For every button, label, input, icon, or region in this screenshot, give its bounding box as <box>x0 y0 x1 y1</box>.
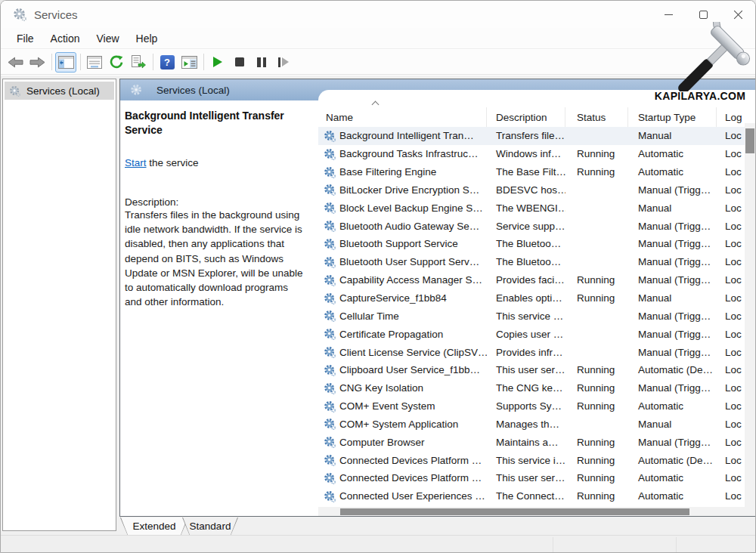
table-row[interactable]: Connected User Experiences …The Connect…… <box>318 487 745 505</box>
show-hide-action-pane-button[interactable] <box>178 52 200 73</box>
service-gear-icon <box>324 454 336 466</box>
cell-startup-type: Manual <box>628 292 717 304</box>
tree-item-services-local[interactable]: Services (Local) <box>5 82 114 100</box>
cell-status: Running <box>565 455 628 466</box>
cell-log-on-as: Loc <box>717 419 745 430</box>
stop-service-button[interactable] <box>229 52 250 73</box>
tab-extended[interactable]: Extended <box>120 517 188 536</box>
column-header-name[interactable]: Name <box>318 107 487 127</box>
cell-description: Provides faci… <box>487 274 565 286</box>
cell-name: COM+ Event System <box>318 400 487 412</box>
cell-name: Base Filtering Engine <box>318 166 487 178</box>
cell-startup-type: Manual (Trigg… <box>628 221 717 232</box>
cell-startup-type: Automatic (De… <box>628 364 717 375</box>
service-action-line: Start the service <box>125 157 308 168</box>
service-gear-icon <box>324 220 336 232</box>
horizontal-scrollbar[interactable] <box>318 507 755 516</box>
cell-status: Running <box>565 364 628 375</box>
table-row[interactable]: Background Intelligent Tran…Transfers fi… <box>318 127 745 145</box>
table-row[interactable]: Computer BrowserMaintains a…RunningManua… <box>318 433 745 451</box>
table-row[interactable]: COM+ System ApplicationManages th…Manual… <box>318 416 745 434</box>
cell-log-on-as: Loc <box>717 166 745 178</box>
pause-service-button[interactable] <box>251 52 272 73</box>
service-gear-icon <box>324 238 336 250</box>
close-button[interactable] <box>720 1 755 28</box>
table-row[interactable]: Cellular TimeThis service …Manual (Trigg… <box>318 307 745 325</box>
back-button[interactable] <box>5 52 26 73</box>
table-row[interactable]: Client License Service (ClipSV…Provides … <box>318 343 745 361</box>
table-row[interactable]: CaptureService_f1bb84Enables opti…Runnin… <box>318 289 745 307</box>
cell-description: This service i… <box>487 455 565 466</box>
pane-header-title: Services (Local) <box>156 85 230 96</box>
cell-name: CaptureService_f1bb84 <box>318 292 487 304</box>
description-label: Description: <box>125 196 308 208</box>
cell-log-on-as: Loc <box>717 130 745 141</box>
cell-name: BitLocker Drive Encryption S… <box>318 184 487 196</box>
table-row[interactable]: CNG Key IsolationThe CNG ke…RunningManua… <box>318 379 745 397</box>
show-hide-console-tree-button[interactable] <box>55 52 76 73</box>
start-service-link[interactable]: Start <box>125 157 147 168</box>
table-row[interactable]: Block Level Backup Engine S…The WBENGI…M… <box>318 199 745 217</box>
menu-view[interactable]: View <box>88 29 127 48</box>
refresh-button[interactable] <box>106 52 127 73</box>
column-header-status[interactable]: Status <box>565 107 628 127</box>
window-title: Services <box>34 8 78 21</box>
table-row[interactable]: Clipboard User Service_f1bb…This user se… <box>318 361 745 379</box>
cell-log-on-as: Loc <box>717 347 745 358</box>
menu-action[interactable]: Action <box>42 29 88 48</box>
cell-description: Enables opti… <box>487 292 565 304</box>
vertical-scrollbar-thumb[interactable] <box>745 128 754 153</box>
menu-file[interactable]: File <box>8 29 42 48</box>
minimize-icon <box>665 14 673 15</box>
cell-name: Connected Devices Platform … <box>318 454 487 466</box>
table-row[interactable]: Bluetooth User Support Serv…The Bluetoo…… <box>318 253 745 271</box>
cell-status: Running <box>565 148 628 159</box>
table-row[interactable]: Certificate PropagationCopies user …Manu… <box>318 325 745 343</box>
cell-name: CNG Key Isolation <box>318 382 487 394</box>
maximize-button[interactable] <box>686 1 720 28</box>
table-row[interactable]: Connected Devices Platform …This user se… <box>318 469 745 487</box>
properties-button[interactable] <box>84 52 105 73</box>
menu-help[interactable]: Help <box>128 29 166 48</box>
cell-startup-type: Manual (Trigg… <box>628 238 717 249</box>
cell-startup-type: Manual (Trigg… <box>628 184 717 196</box>
cell-name: Computer Browser <box>318 436 487 448</box>
cell-startup-type: Automatic <box>628 400 717 412</box>
minimize-button[interactable] <box>651 1 686 28</box>
service-gear-icon <box>324 292 336 304</box>
cell-name: Block Level Backup Engine S… <box>318 202 487 214</box>
column-header-startup-type[interactable]: Startup Type <box>628 107 717 127</box>
horizontal-scrollbar-thumb[interactable] <box>340 508 689 515</box>
properties-icon <box>87 56 102 69</box>
status-bar-divider <box>676 537 677 552</box>
cell-startup-type: Manual <box>628 130 717 141</box>
table-row[interactable]: Connected Devices Platform …This service… <box>318 451 745 469</box>
close-icon <box>733 10 743 20</box>
window-controls <box>651 1 755 28</box>
title-bar: Services <box>1 1 755 28</box>
vertical-scrollbar[interactable] <box>745 123 755 507</box>
cell-description: The CNG ke… <box>487 382 565 394</box>
tab-standard[interactable]: Standard <box>182 517 238 536</box>
help-button[interactable] <box>156 52 178 73</box>
view-tabs: Extended Standard <box>119 517 755 536</box>
export-list-button[interactable] <box>128 52 149 73</box>
cell-startup-type: Automatic <box>628 148 717 159</box>
cell-status: Running <box>565 166 628 178</box>
table-row[interactable]: BitLocker Drive Encryption S…BDESVC hos…… <box>318 181 745 199</box>
restart-service-button[interactable] <box>273 52 294 73</box>
start-service-button[interactable] <box>207 52 228 73</box>
forward-button[interactable] <box>26 52 48 73</box>
show-hide-action-pane-icon <box>181 56 197 69</box>
table-row[interactable]: Capability Access Manager S…Provides fac… <box>318 271 745 289</box>
table-row[interactable]: Bluetooth Support ServiceThe Bluetoo…Man… <box>318 235 745 253</box>
table-row[interactable]: COM+ Event SystemSupports Sy…RunningAuto… <box>318 397 745 416</box>
table-row[interactable]: Base Filtering EngineThe Base Filt…Runni… <box>318 163 745 181</box>
cell-name: Capability Access Manager S… <box>318 274 487 286</box>
table-row[interactable]: Bluetooth Audio Gateway Se…Service supp…… <box>318 217 745 235</box>
services-gear-icon <box>9 85 20 97</box>
column-header-description[interactable]: Description <box>487 107 565 127</box>
cell-log-on-as: Loc <box>717 364 745 375</box>
table-row[interactable]: Background Tasks Infrastruc…Windows inf…… <box>318 145 745 163</box>
cell-startup-type: Automatic (De… <box>628 455 717 466</box>
